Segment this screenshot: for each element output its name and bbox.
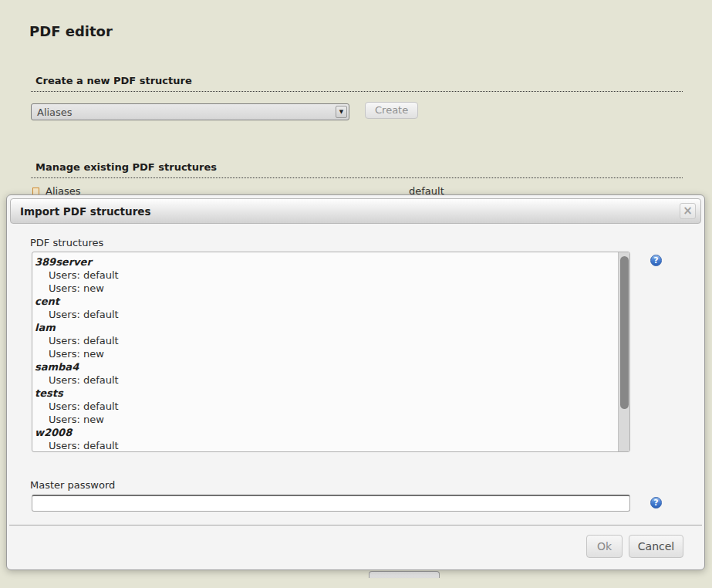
master-password-input[interactable] — [32, 495, 630, 512]
structure-entry[interactable]: Users: new — [35, 282, 614, 295]
structure-entry[interactable]: Users: new — [35, 347, 614, 360]
page-title: PDF editor — [29, 23, 113, 39]
pdf-structures-label: PDF structures — [30, 237, 103, 248]
pdf-type-select-value: Aliases — [37, 106, 73, 118]
ok-button[interactable]: Ok — [586, 535, 623, 558]
create-button[interactable]: Create — [365, 102, 418, 119]
structure-entry[interactable]: Users: default — [35, 373, 614, 387]
structure-group-name[interactable]: 389server — [35, 255, 614, 269]
structure-entry[interactable]: Users: default — [35, 334, 614, 347]
structure-group-name[interactable]: cent — [35, 295, 614, 308]
create-section-heading: Create a new PDF structure — [31, 75, 683, 92]
obscured-button-fragment[interactable] — [369, 571, 440, 578]
dialog-title: Import PDF structures — [20, 205, 151, 218]
structure-group-name[interactable]: tests — [35, 387, 614, 400]
structure-entry[interactable]: Users: default — [35, 400, 614, 413]
manage-section-heading: Manage existing PDF structures — [31, 161, 683, 178]
dialog-buttonpane: Ok Cancel — [9, 525, 702, 569]
pdf-type-select[interactable]: Aliases ▼ — [31, 103, 349, 120]
scrollbar-track[interactable] — [618, 252, 629, 451]
chevron-down-icon: ▼ — [336, 106, 347, 118]
structure-entry[interactable]: Users: default — [35, 269, 614, 282]
structure-entry[interactable]: Users: new — [35, 413, 614, 426]
master-password-label: Master password — [30, 479, 115, 491]
pdf-structures-list[interactable]: 389serverUsers: defaultUsers: newcentUse… — [32, 252, 630, 452]
close-icon[interactable]: × — [680, 203, 696, 219]
help-icon[interactable]: ? — [650, 497, 662, 509]
scrollbar-thumb[interactable] — [620, 256, 629, 409]
structure-entry[interactable]: Users: default — [35, 439, 614, 452]
structure-group-name[interactable]: w2008 — [35, 426, 614, 439]
structure-entry[interactable]: Users: default — [35, 308, 614, 321]
structure-group-name[interactable]: samba4 — [35, 360, 614, 373]
dialog-titlebar[interactable]: Import PDF structures × — [10, 198, 701, 224]
help-icon[interactable]: ? — [650, 255, 662, 266]
structure-group-name[interactable]: lam — [35, 321, 614, 334]
import-pdf-structures-dialog: Import PDF structures × PDF structures 3… — [6, 194, 705, 570]
cancel-button[interactable]: Cancel — [629, 535, 683, 558]
